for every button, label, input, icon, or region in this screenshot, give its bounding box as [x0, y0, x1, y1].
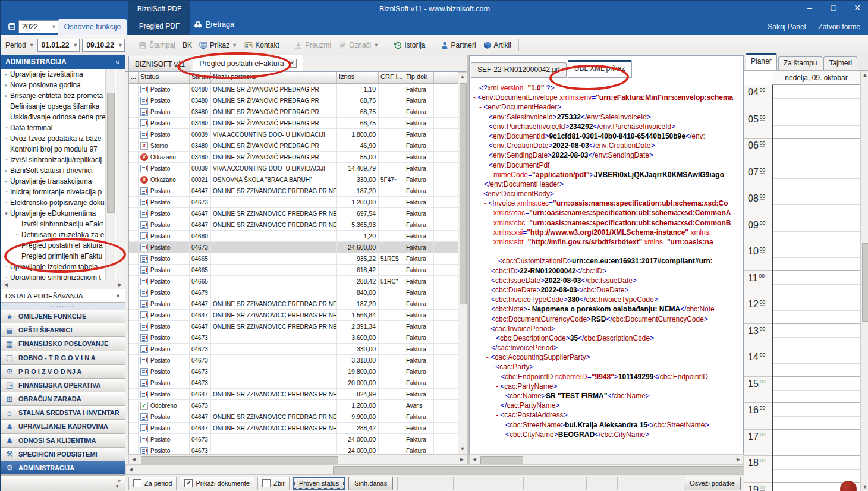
planner-hour-slot[interactable]: [773, 402, 860, 429]
planner-half-hour-slot[interactable]: [773, 244, 860, 258]
sidebar-section-op-ti-ifarnici[interactable]: ▤OPŠTI ŠIFARNICI: [1, 323, 125, 337]
column-header-[interactable]: ...: [129, 72, 139, 83]
table-row[interactable]: ✓Odobreno046731.200,00Avans: [129, 400, 458, 411]
tree-item-uvoz-izvoz-podataka-iz-baze[interactable]: ┄Uvoz-Izvoz podataka iz baze: [1, 133, 116, 144]
table-row[interactable]: Poslato04647ONLINE SR ZZIVANOVICC PREDRA…: [129, 411, 458, 423]
maximize-button[interactable]: □: [828, 3, 839, 12]
tree-item-pregled-poslatih-efaktura[interactable]: ┄Pregled poslatih eFaktura: [1, 240, 116, 251]
column-header-status[interactable]: Status: [139, 72, 190, 83]
planner-hour-slot[interactable]: [773, 455, 860, 482]
sidebar-section-upravljanje-kadrovima[interactable]: ♟UPRAVLJANJE KADROVIMA: [1, 420, 125, 433]
tree-item-nova-poslovna-godina[interactable]: ▸Nova poslovna godina: [1, 80, 116, 90]
table-row[interactable]: Poslato04647ONLINE SR ZZIVANOVICC PREDRA…: [129, 219, 458, 231]
table-row[interactable]: Poslato0467324.000,00Faktura: [129, 434, 458, 445]
tree-vertical-scrollbar[interactable]: [105, 69, 115, 280]
planner-half-hour-slot[interactable]: [773, 191, 860, 205]
table-row[interactable]: Poslato04647ONLINE SR ZZIVANOVICC PREDRA…: [129, 298, 458, 310]
table-row[interactable]: Poslato0467324.600,00Faktura: [129, 242, 458, 253]
main-horizontal-scrollbar[interactable]: ◄: [125, 464, 744, 474]
button-sinh-danas[interactable]: Sinh.danas: [348, 477, 393, 490]
year-input[interactable]: 2022▼: [18, 20, 59, 33]
tree-item-upravljanje-sinhronizacijom-t[interactable]: ┄Upravljanje sinhronizacijom t: [1, 272, 116, 281]
toolbar-button-kontakt[interactable]: Kontakt: [241, 39, 283, 51]
tab-biznisoft-v11[interactable]: BIZNISOFT v11: [128, 56, 191, 71]
table-row[interactable]: Poslato046733.318,00Faktura: [129, 355, 458, 366]
tree-item-uskla-ivanje-odnosa-cena-pre[interactable]: ┄Usklađivanje odnosa cena pre: [1, 112, 116, 122]
chevron-down-icon[interactable]: ▼: [115, 484, 119, 489]
tree-item-data-terminal[interactable]: ┄Data terminal: [1, 122, 116, 133]
sidebar-section-omiljene-funkcije[interactable]: ★OMILJENE FUNKCIJE: [1, 310, 125, 323]
sidebar-section-finansijska-operativa[interactable]: ◳FINANSIJSKA OPERATIVA: [1, 379, 125, 392]
planner-hour-slot[interactable]: [773, 270, 860, 297]
planner-vertical-scrollbar[interactable]: ▲ ▼: [860, 71, 868, 491]
planner-hour-slot[interactable]: [773, 376, 860, 403]
tab-biznisoft-pdf[interactable]: BizniSoft PDF: [128, 1, 190, 18]
table-row[interactable]: Poslato04647ONLINE SR ZZIVANOVICC PREDRA…: [129, 208, 458, 219]
sidebar-section-odnosi-sa-klijentima[interactable]: ♟ODNOSI SA KLIJENTIMA: [1, 434, 125, 448]
sidebar-section-administracija[interactable]: ⚙ADMINISTRACIJA: [1, 461, 125, 475]
column-header-naziv-partnera[interactable]: Naziv partnera: [211, 72, 337, 83]
table-row[interactable]: Poslato04665288,4251RC*Faktura: [129, 276, 458, 287]
table-row[interactable]: Poslato03480ONLINE SR ŽIVANOVIĆ PREDRAG …: [129, 95, 458, 106]
table-row[interactable]: Poslato03480ONLINE SR ŽIVANOVIĆ PREDRAG …: [129, 84, 458, 95]
column-header-ifra[interactable]: Šifra...: [190, 72, 211, 83]
close-button[interactable]: ✕: [852, 3, 863, 12]
planner-hour-slot[interactable]: [773, 85, 860, 112]
scroll-right-icon[interactable]: ►: [734, 456, 743, 462]
toolbar-button-tampaj[interactable]: Štampaj: [135, 39, 179, 51]
planner-half-hour-slot[interactable]: [773, 218, 860, 232]
xml-horizontal-scrollbar[interactable]: ◄ ►: [469, 454, 744, 464]
column-header-iznos[interactable]: Iznos: [337, 72, 379, 83]
table-row[interactable]: ✗Otkazano03480ONLINE SR ŽIVANOVIĆ PREDRA…: [129, 152, 458, 163]
planner-half-hour-slot[interactable]: [773, 403, 860, 417]
button-osve-i-podatke[interactable]: Osveži podatke: [684, 477, 741, 490]
scroll-left-icon[interactable]: ◄: [129, 456, 139, 462]
checkbox-box[interactable]: [262, 479, 271, 487]
planner-hour-slot[interactable]: [773, 244, 860, 270]
planner-half-hour-slot[interactable]: [773, 430, 860, 443]
toolbar-button-istorija[interactable]: Istorija: [390, 39, 429, 51]
xml-tab-sef-22-rn012000042-pd[interactable]: SEF-22-RN012000042.pd: [471, 62, 567, 78]
hide-panel-link[interactable]: Sakrij Panel: [768, 23, 806, 31]
toolbar-button-artikli[interactable]: Artikli: [480, 39, 515, 51]
sidebar-section-robno-t-r-g-o-v-i-n-a[interactable]: ▢ROBNO - T R G O V I N A: [1, 351, 125, 365]
tree-item-upravljanje-izgledom-tabela[interactable]: ┄Upravljanje izgledom tabela: [1, 262, 116, 272]
scroll-left-icon[interactable]: ◄: [3, 281, 9, 288]
table-row[interactable]: Poslato04647ONLINE SR ZZIVANOVICC PREDRA…: [129, 389, 458, 400]
scroll-left-icon[interactable]: ◄: [470, 456, 479, 462]
checkbox-box[interactable]: [133, 479, 141, 487]
planner-hour-slot[interactable]: [773, 218, 860, 244]
planner-hour-slot[interactable]: [773, 323, 860, 350]
planner-half-hour-slot[interactable]: [773, 324, 860, 338]
table-row[interactable]: Poslato04647ONLINE SR ZZIVANOVICC PREDRA…: [129, 185, 458, 197]
table-row[interactable]: Poslato00039VIVA ACCOUNTING DOO- U LIKVI…: [129, 129, 458, 140]
ostala-podesavanja-select[interactable]: OSTALA PODEŠAVANJA▼: [1, 289, 125, 303]
tab-pregled-pdf[interactable]: Pregled PDF: [128, 18, 190, 35]
scroll-down-icon[interactable]: ▼: [861, 483, 868, 491]
checkbox-box[interactable]: ✓: [184, 479, 193, 487]
button-proveri-status[interactable]: Proveri status: [293, 477, 345, 490]
planner-tab-planer[interactable]: Planer: [746, 53, 777, 70]
sidebar-section-p-r-o-i-z-v-o-d-nj-a[interactable]: ⚙P R O I Z V O D NJ A: [1, 365, 125, 379]
scroll-up-icon[interactable]: ▲: [458, 73, 467, 81]
planner-hour-slot[interactable]: [773, 191, 860, 218]
xml-tab-ubl-xml-prikaz[interactable]: UBL XML prikaz: [568, 60, 632, 78]
tree-item-upravljanje-izve-tajima[interactable]: ▸Upravljanje izveštajima: [1, 69, 116, 80]
tree-item-izvr-i-sinhronizaciju-replikacij[interactable]: ┄Izvrši sinhronizaciju/replikacij: [1, 155, 116, 165]
scroll-down-icon[interactable]: ▼: [458, 445, 467, 453]
toolbar-button-prikaz[interactable]: Prikaz▼: [196, 39, 241, 51]
tab-osnovne-funkcije[interactable]: Osnovne funkcije: [58, 19, 127, 35]
planner-hour-slot[interactable]: [773, 138, 860, 165]
tree-item-izvr-i-sinhronizaciju-efakt[interactable]: ┄Izvrši sinhronizaciju eFakt: [1, 219, 116, 229]
planner-half-hour-slot[interactable]: [773, 456, 860, 470]
planner-grid[interactable]: [772, 85, 860, 491]
planner-hour-slot[interactable]: [773, 429, 860, 456]
tree-item-definisanje-izuzetaka-za-e[interactable]: ┄Definisanje izuzetaka za e: [1, 229, 116, 240]
chevron-down-icon[interactable]: ▼: [29, 42, 34, 48]
checkbox-zbir[interactable]: Zbir: [257, 477, 290, 490]
column-header-crf-i[interactable]: CRF i...: [379, 72, 404, 83]
planner-hour-slot[interactable]: [773, 297, 860, 323]
scroll-right-icon[interactable]: ►: [457, 456, 467, 462]
toolbar-button-partneri[interactable]: Partneri: [437, 39, 480, 51]
table-row[interactable]: Poslato04647ONLINE SR ZZIVANOVICC PREDRA…: [129, 310, 458, 321]
